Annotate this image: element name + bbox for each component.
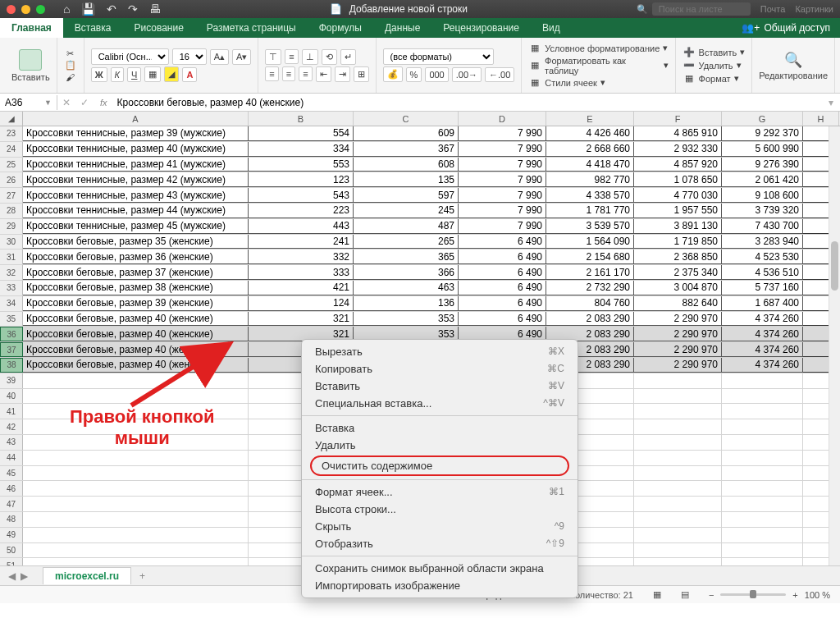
row-header[interactable]: 24	[0, 142, 23, 157]
cell[interactable]: 9 276 390	[722, 158, 803, 172]
home-icon[interactable]: ⌂	[63, 2, 70, 16]
align-bottom-button[interactable]: ⊥	[302, 49, 318, 65]
cell[interactable]	[23, 558, 249, 565]
cell[interactable]: 6 490	[459, 296, 546, 311]
cell[interactable]	[23, 481, 249, 496]
fill-color-button[interactable]: ◢	[164, 66, 179, 82]
cell[interactable]	[722, 419, 803, 434]
cell[interactable]: 3 539 570	[546, 219, 634, 234]
cell[interactable]	[634, 451, 722, 465]
scroll-thumb[interactable]	[831, 241, 838, 291]
cell[interactable]	[722, 451, 803, 465]
increase-decimal-button[interactable]: .00→	[452, 67, 482, 82]
cell[interactable]: 7 430 700	[722, 219, 803, 234]
menu-mail[interactable]: Почта	[760, 4, 786, 14]
cell[interactable]: Кроссовки теннисные, размер 45 (мужские)	[23, 219, 249, 234]
merge-button[interactable]: ⊞	[354, 66, 369, 82]
delete-cells-button[interactable]: ➖Удалить ▾	[682, 60, 742, 71]
cell[interactable]: 543	[249, 188, 354, 203]
cell[interactable]	[722, 389, 803, 404]
table-row[interactable]: 32 Кроссовки беговые, размер 37 (женские…	[0, 265, 840, 281]
row-header[interactable]: 36	[0, 327, 23, 341]
table-row[interactable]: 29 Кроссовки теннисные, размер 45 (мужск…	[0, 219, 840, 235]
row-header[interactable]: 47	[0, 497, 23, 511]
context-menu-item[interactable]: Вставка	[302, 419, 578, 437]
table-row[interactable]: 31 Кроссовки беговые, размер 36 (женские…	[0, 249, 840, 265]
row-header[interactable]: 42	[0, 419, 23, 434]
context-menu-item[interactable]: Отобразить^⇧9	[302, 535, 578, 552]
cell[interactable]: 2 061 420	[722, 172, 803, 187]
cell[interactable]	[23, 451, 249, 465]
cell[interactable]: 982 770	[546, 172, 634, 187]
cell[interactable]: Кроссовки беговые, размер 40 (женские)	[23, 312, 249, 327]
cell[interactable]	[634, 373, 722, 388]
cancel-formula-icon[interactable]: ✕	[57, 97, 75, 108]
cell[interactable]	[722, 528, 803, 542]
cell[interactable]: 9 292 370	[722, 126, 803, 141]
cell[interactable]: 4 770 030	[634, 188, 722, 203]
cell[interactable]	[634, 543, 722, 558]
cell[interactable]: 353	[354, 312, 459, 327]
decrease-indent-button[interactable]: ⇤	[316, 66, 331, 82]
border-button[interactable]: ▦	[144, 66, 161, 82]
cell[interactable]: 1 781 770	[546, 204, 634, 218]
cell[interactable]: 487	[354, 219, 459, 234]
col-header-G[interactable]: G	[722, 112, 803, 126]
align-top-button[interactable]: ⊤	[265, 49, 281, 65]
save-icon[interactable]: 💾	[81, 2, 95, 16]
percent-button[interactable]: %	[406, 67, 422, 82]
cut-icon[interactable]: ✂	[64, 48, 77, 60]
cell[interactable]: 4 426 460	[546, 126, 634, 141]
cell[interactable]	[722, 543, 803, 558]
row-header[interactable]: 34	[0, 296, 23, 311]
row-header[interactable]: 31	[0, 249, 23, 264]
zoom-control[interactable]: − + 100 %	[709, 590, 830, 600]
context-menu-item[interactable]: Формат ячеек...⌘1	[302, 483, 578, 501]
number-format-select[interactable]: (все форматы)	[383, 48, 494, 65]
context-menu-item[interactable]: Вырезать⌘X	[302, 343, 578, 360]
cell[interactable]: 123	[249, 172, 354, 187]
cell[interactable]: 334	[249, 142, 354, 157]
cell[interactable]: 4 338 570	[546, 188, 634, 203]
cell[interactable]	[722, 404, 803, 419]
formula-input[interactable]: Кроссовки беговые, размер 40 (женские)	[114, 95, 822, 110]
context-menu-item[interactable]: Вставить⌘V	[302, 378, 578, 395]
cell[interactable]	[23, 543, 249, 558]
row-header[interactable]: 25	[0, 158, 23, 172]
font-color-button[interactable]: A	[182, 67, 197, 82]
cell[interactable]: 4 536 510	[722, 265, 803, 280]
cell[interactable]: 597	[354, 188, 459, 203]
vertical-scrollbar[interactable]	[829, 126, 840, 565]
cell[interactable]: 882 640	[634, 296, 722, 311]
cell[interactable]	[23, 466, 249, 481]
row-header[interactable]: 29	[0, 219, 23, 234]
context-menu-item[interactable]: Удалить	[302, 437, 578, 454]
cell[interactable]: 554	[249, 126, 354, 141]
font-select[interactable]: Calibri (Осн...	[91, 48, 169, 65]
cell[interactable]: 6 490	[459, 235, 546, 249]
cell[interactable]: 7 990	[459, 172, 546, 187]
cell[interactable]: 5 600 990	[722, 142, 803, 157]
row-header[interactable]: 41	[0, 404, 23, 419]
context-menu-item[interactable]: Скрыть^9	[302, 518, 578, 535]
cell[interactable]: Кроссовки теннисные, размер 42 (мужские)	[23, 172, 249, 187]
align-center-button[interactable]: ≡	[282, 66, 295, 81]
cell[interactable]: 4 418 470	[546, 158, 634, 172]
cell[interactable]: 1 687 400	[722, 296, 803, 311]
orientation-button[interactable]: ⟲	[322, 49, 337, 65]
cell[interactable]: Кроссовки беговые, размер 38 (женские)	[23, 281, 249, 295]
row-header[interactable]: 40	[0, 389, 23, 404]
row-header[interactable]: 46	[0, 481, 23, 496]
format-painter-icon[interactable]: 🖌	[64, 71, 77, 83]
underline-button[interactable]: Ч	[127, 67, 141, 82]
cell[interactable]: 463	[354, 281, 459, 295]
cell[interactable]	[722, 466, 803, 481]
col-header-B[interactable]: B	[249, 112, 354, 126]
cell[interactable]: 2 375 340	[634, 265, 722, 280]
table-row[interactable]: 35 Кроссовки беговые, размер 40 (женские…	[0, 312, 840, 327]
row-header[interactable]: 48	[0, 512, 23, 527]
cell[interactable]: 2 290 970	[634, 342, 722, 357]
cell[interactable]: 332	[249, 249, 354, 264]
cell[interactable]: 609	[354, 126, 459, 141]
row-header[interactable]: 26	[0, 172, 23, 187]
